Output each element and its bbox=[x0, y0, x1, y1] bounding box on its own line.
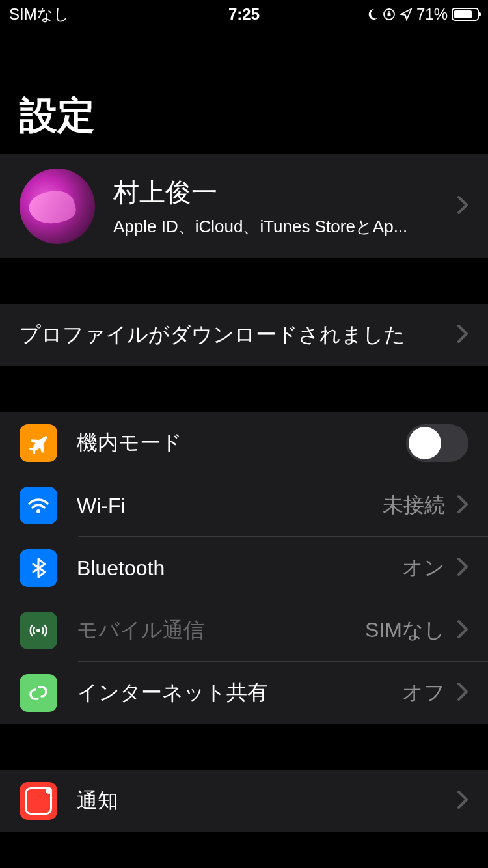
chevron-right-icon bbox=[457, 195, 468, 217]
chevron-right-icon bbox=[457, 790, 468, 812]
page-title: 設定 bbox=[0, 29, 488, 154]
chevron-right-icon bbox=[457, 557, 468, 579]
toggle-knob bbox=[409, 427, 441, 459]
notifications-icon bbox=[20, 782, 57, 820]
profile-name: 村上俊一 bbox=[113, 174, 457, 210]
status-right-cluster: 71% bbox=[322, 5, 479, 23]
location-icon bbox=[400, 8, 413, 21]
chevron-right-icon bbox=[457, 682, 468, 704]
section-gap bbox=[0, 366, 488, 412]
notifications-cell[interactable]: 通知 bbox=[0, 770, 488, 832]
bluetooth-value: オン bbox=[402, 554, 445, 582]
personal-hotspot-cell[interactable]: インターネット共有 オフ bbox=[0, 662, 488, 724]
wifi-cell[interactable]: Wi-Fi 未接続 bbox=[0, 474, 488, 537]
hotspot-icon bbox=[20, 674, 57, 712]
profile-info: 村上俊一 Apple ID、iCloud、iTunes StoreとAp... bbox=[113, 174, 457, 238]
section-gap bbox=[0, 258, 488, 304]
hotspot-label: インターネット共有 bbox=[77, 679, 402, 707]
wifi-icon bbox=[20, 487, 57, 524]
profile-subtitle: Apple ID、iCloud、iTunes StoreとAp... bbox=[113, 215, 457, 238]
svg-point-3 bbox=[36, 629, 40, 632]
battery-icon bbox=[452, 8, 479, 21]
avatar bbox=[20, 169, 95, 244]
settings-section-profile-download: プロファイルがダウンロードされました bbox=[0, 304, 488, 366]
notifications-label: 通知 bbox=[77, 787, 457, 815]
section-gap bbox=[0, 724, 488, 770]
settings-section-account: 村上俊一 Apple ID、iCloud、iTunes StoreとAp... bbox=[0, 154, 488, 258]
battery-percent-label: 71% bbox=[416, 5, 448, 23]
chevron-right-icon bbox=[457, 619, 468, 642]
cellular-value: SIMなし bbox=[365, 616, 445, 645]
wifi-value: 未接続 bbox=[383, 491, 445, 520]
moon-icon bbox=[366, 8, 379, 21]
bluetooth-label: Bluetooth bbox=[77, 556, 402, 580]
settings-section-notifications: 通知 bbox=[0, 770, 488, 832]
bluetooth-cell[interactable]: Bluetooth オン bbox=[0, 537, 488, 599]
chevron-right-icon bbox=[457, 495, 468, 517]
rotation-lock-icon bbox=[383, 8, 396, 21]
airplane-mode-toggle[interactable] bbox=[406, 424, 468, 462]
apple-id-cell[interactable]: 村上俊一 Apple ID、iCloud、iTunes StoreとAp... bbox=[0, 154, 488, 258]
bluetooth-icon bbox=[20, 549, 57, 587]
cellular-label: モバイル通信 bbox=[77, 616, 365, 645]
profile-downloaded-cell[interactable]: プロファイルがダウンロードされました bbox=[0, 304, 488, 366]
svg-rect-1 bbox=[387, 13, 390, 16]
chevron-right-icon bbox=[457, 324, 468, 346]
airplane-mode-cell[interactable]: 機内モード bbox=[0, 412, 488, 474]
airplane-icon bbox=[20, 424, 57, 462]
cellular-icon bbox=[20, 612, 57, 649]
cellular-cell[interactable]: モバイル通信 SIMなし bbox=[0, 599, 488, 662]
settings-section-connectivity: 機内モード Wi-Fi 未接続 Bluetooth オン bbox=[0, 412, 488, 724]
wifi-label: Wi-Fi bbox=[77, 494, 383, 518]
airplane-mode-label: 機内モード bbox=[77, 429, 406, 457]
profile-downloaded-label: プロファイルがダウンロードされました bbox=[20, 321, 457, 349]
status-carrier: SIMなし bbox=[9, 4, 166, 25]
status-time: 7:25 bbox=[166, 5, 323, 23]
hotspot-value: オフ bbox=[402, 679, 445, 707]
svg-point-2 bbox=[36, 509, 40, 513]
status-bar: SIMなし 7:25 71% bbox=[0, 0, 488, 29]
